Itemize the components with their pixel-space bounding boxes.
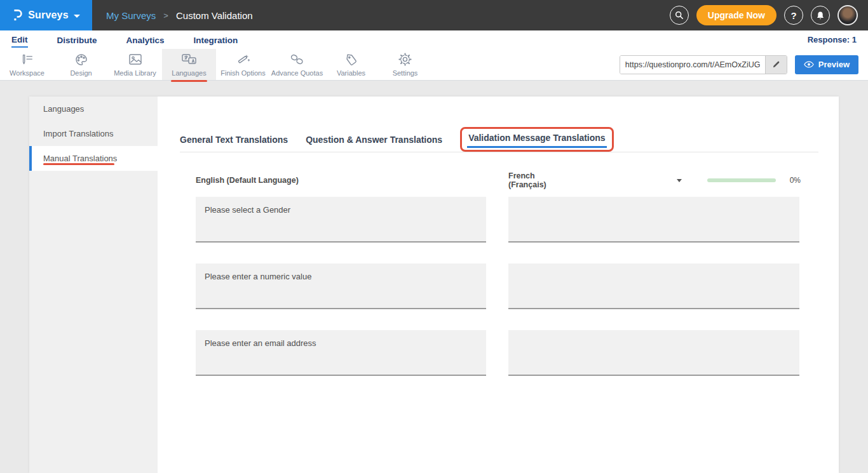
translation-row: Please enter a numeric value (196, 263, 801, 309)
breadcrumb-current-survey: Custom Validation (176, 10, 253, 21)
response-count[interactable]: Response: 1 (808, 35, 857, 44)
annotation-underline (43, 163, 114, 165)
source-text-numeric: Please enter a numeric value (196, 263, 486, 309)
toolbar-item-advance-quotas[interactable]: Advance Quotas (270, 49, 324, 80)
survey-section-nav: Edit Distribute Analytics Integration Re… (0, 30, 868, 49)
toolbar-item-design[interactable]: Design (54, 49, 108, 80)
target-text-input-gender[interactable] (508, 197, 799, 243)
breadcrumb-separator: > (163, 11, 168, 20)
edit-url-button[interactable] (765, 55, 787, 74)
tab-analytics[interactable]: Analytics (126, 33, 165, 47)
chevron-down-icon[interactable] (677, 179, 682, 182)
toolbar-item-label: Settings (393, 69, 418, 77)
media-library-icon (128, 53, 142, 67)
toolbar-item-variables[interactable]: Variables (324, 49, 378, 80)
product-switcher[interactable]: Surveys (0, 0, 92, 30)
source-text-gender: Please select a Gender (196, 197, 486, 243)
tab-validation-message-translations[interactable]: Validation Message Translations (460, 127, 614, 152)
sidebar-item-manual-translations[interactable]: Manual Translations (29, 146, 158, 171)
survey-url-input[interactable] (620, 56, 765, 74)
toolbar-item-label: Languages (172, 69, 206, 77)
toolbar-item-finish-options[interactable]: Finish Options (216, 49, 270, 80)
breadcrumb: My Surveys > Custom Validation (106, 10, 253, 21)
tab-integration[interactable]: Integration (194, 33, 238, 47)
translation-row: Please select a Gender (196, 197, 801, 243)
toolbar-item-languages[interactable]: Languages (162, 49, 216, 80)
survey-url-field-group (620, 55, 787, 74)
target-text-input-email[interactable] (508, 330, 799, 376)
tab-label: Validation Message Translations (468, 133, 606, 143)
gear-icon (398, 53, 412, 67)
toolbar-item-label: Finish Options (220, 69, 265, 77)
tab-general-text-translations[interactable]: General Text Translations (180, 130, 288, 152)
active-tab-underline (467, 146, 607, 148)
sidebar-item-label: Import Translations (43, 129, 114, 138)
chain-links-icon (290, 53, 305, 67)
sidebar-item-label: Manual Translations (43, 154, 117, 163)
tag-icon (345, 53, 358, 67)
toolbar-item-label: Variables (337, 69, 365, 77)
toolbar-item-workspace[interactable]: Workspace (0, 49, 54, 80)
eye-icon (804, 61, 814, 68)
pencil-icon (772, 60, 780, 69)
source-text-email: Please enter an email address (196, 330, 486, 376)
product-label: Surveys (28, 10, 69, 21)
breadcrumb-my-surveys[interactable]: My Surveys (106, 10, 156, 21)
workspace-icon (20, 53, 35, 67)
bell-icon (816, 11, 825, 20)
preview-button[interactable]: Preview (795, 55, 858, 74)
upgrade-now-button[interactable]: Upgrade Now (696, 5, 776, 25)
questionpro-logo-icon (12, 8, 23, 22)
tab-question-answer-translations[interactable]: Question & Answer Translations (306, 130, 442, 152)
sidebar-item-import-translations[interactable]: Import Translations (29, 121, 158, 146)
sidebar-item-label: Languages (43, 104, 84, 114)
translations-sidebar: Languages Import Translations Manual Tra… (29, 97, 158, 473)
notifications-button[interactable] (811, 6, 830, 25)
source-language-header: English (Default Language) (196, 176, 486, 185)
chevron-down-icon (74, 15, 80, 18)
toolbar-item-label: Workspace (10, 69, 44, 77)
design-palette-icon (74, 53, 88, 67)
sidebar-item-languages[interactable]: Languages (29, 97, 158, 121)
magic-wand-icon (236, 53, 250, 67)
tab-distribute[interactable]: Distribute (57, 33, 97, 47)
target-language-selector[interactable]: French (Français) (508, 171, 557, 189)
edit-toolbar: Workspace Design Media Library (0, 49, 868, 81)
preview-label: Preview (818, 60, 850, 69)
top-bar: Surveys My Surveys > Custom Validation U… (0, 0, 868, 30)
language-column-headers: English (Default Language) French (Franç… (196, 171, 801, 189)
languages-icon (181, 53, 198, 67)
question-mark-icon: ? (790, 10, 796, 21)
translation-progress-bar (707, 178, 775, 182)
translation-tabs: General Text Translations Question & Ans… (180, 130, 818, 152)
user-avatar[interactable] (837, 5, 858, 25)
toolbar-item-settings[interactable]: Settings (378, 49, 432, 80)
toolbar-item-label: Advance Quotas (271, 69, 323, 77)
search-button[interactable] (670, 6, 689, 25)
translation-rows: Please select a Gender Please enter a nu… (196, 197, 801, 397)
tab-edit[interactable]: Edit (11, 32, 28, 48)
translation-row: Please enter an email address (196, 330, 801, 376)
help-button[interactable]: ? (784, 6, 803, 25)
translation-progress-percent: 0% (790, 176, 801, 185)
toolbar-item-label: Design (70, 69, 92, 77)
toolbar-item-label: Media Library (114, 69, 156, 77)
target-text-input-numeric[interactable] (508, 263, 799, 309)
manual-translations-content: General Text Translations Question & Ans… (158, 97, 839, 473)
languages-panel: Languages Import Translations Manual Tra… (29, 97, 839, 473)
search-icon (675, 11, 684, 20)
toolbar-item-media-library[interactable]: Media Library (108, 49, 162, 80)
